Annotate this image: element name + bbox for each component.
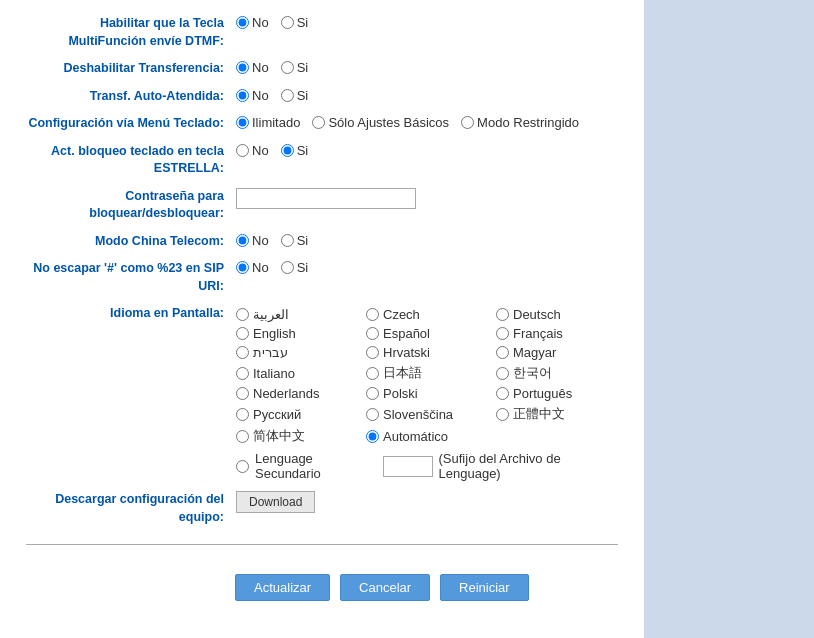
lang-francais-label: Français	[513, 326, 563, 341]
config-menu-value: Ilimitado Sólo Ajustes Básicos Modo Rest…	[230, 110, 624, 138]
lang-francais-radio[interactable]	[496, 327, 509, 340]
transf-si-radio[interactable]	[281, 89, 294, 102]
deshabilitar-si-label: Si	[297, 60, 309, 75]
modo-china-no-option[interactable]: No	[236, 233, 269, 248]
habilitar-no-radio[interactable]	[236, 16, 249, 29]
settings-form: Habilitar que la Tecla MultiFunción enví…	[20, 10, 624, 558]
divider	[26, 544, 618, 545]
deshabilitar-no-option[interactable]: No	[236, 60, 269, 75]
lang-magyar[interactable]: Magyar	[496, 345, 618, 360]
act-bloqueo-no-radio[interactable]	[236, 144, 249, 157]
deshabilitar-si-option[interactable]: Si	[281, 60, 309, 75]
lang-chinese-simple-radio[interactable]	[236, 430, 249, 443]
lang-hebrew-radio[interactable]	[236, 346, 249, 359]
contrasena-input[interactable]	[236, 188, 416, 209]
lang-korean-radio[interactable]	[496, 367, 509, 380]
transf-no-label: No	[252, 88, 269, 103]
transf-auto-label: Transf. Auto-Atendida:	[20, 83, 230, 111]
modo-china-label: Modo China Telecom:	[20, 228, 230, 256]
secondary-lang-input[interactable]	[383, 456, 433, 477]
deshabilitar-no-radio[interactable]	[236, 61, 249, 74]
lang-czech[interactable]: Czech	[366, 307, 488, 322]
act-bloqueo-label: Act. bloqueo teclado en tecla ESTRELLA:	[20, 138, 230, 183]
lang-automatico[interactable]: Automático	[366, 427, 488, 445]
config-restringido-option[interactable]: Modo Restringido	[461, 115, 579, 130]
lang-slovenscina[interactable]: Slovenščina	[366, 405, 488, 423]
lang-hrvatski[interactable]: Hrvatski	[366, 345, 488, 360]
lang-chinese-trad[interactable]: 正體中文	[496, 405, 618, 423]
lang-italiano-radio[interactable]	[236, 367, 249, 380]
habilitar-tecla-label: Habilitar que la Tecla MultiFunción enví…	[20, 10, 230, 55]
transf-si-option[interactable]: Si	[281, 88, 309, 103]
no-escapar-no-radio[interactable]	[236, 261, 249, 274]
lang-arabic[interactable]: العربية	[236, 307, 358, 322]
lang-hebrew-label: עברית	[253, 345, 288, 360]
lang-polski[interactable]: Polski	[366, 386, 488, 401]
transf-no-radio[interactable]	[236, 89, 249, 102]
lang-hrvatski-radio[interactable]	[366, 346, 379, 359]
lang-nederlands[interactable]: Nederlands	[236, 386, 358, 401]
lang-magyar-label: Magyar	[513, 345, 556, 360]
config-ilimitado-radio[interactable]	[236, 116, 249, 129]
config-basico-label: Sólo Ajustes Básicos	[328, 115, 449, 130]
secondary-lang-suffix: (Sufijo del Archivo de Lenguage)	[439, 451, 618, 481]
config-ilimitado-option[interactable]: Ilimitado	[236, 115, 300, 130]
lang-deutsch[interactable]: Deutsch	[496, 307, 618, 322]
act-bloqueo-no-label: No	[252, 143, 269, 158]
lang-automatico-radio[interactable]	[366, 430, 379, 443]
download-button[interactable]: Download	[236, 491, 315, 513]
no-escapar-si-option[interactable]: Si	[281, 260, 309, 275]
lang-korean-label: 한국어	[513, 364, 552, 382]
lang-czech-radio[interactable]	[366, 308, 379, 321]
lang-korean[interactable]: 한국어	[496, 364, 618, 382]
config-basico-option[interactable]: Sólo Ajustes Básicos	[312, 115, 449, 130]
lang-portugues[interactable]: Português	[496, 386, 618, 401]
lang-russian-radio[interactable]	[236, 408, 249, 421]
deshabilitar-si-radio[interactable]	[281, 61, 294, 74]
deshabilitar-value: No Si	[230, 55, 624, 83]
modo-china-si-radio[interactable]	[281, 234, 294, 247]
lang-chinese-trad-label: 正體中文	[513, 405, 565, 423]
lang-chinese-simple[interactable]: 简体中文	[236, 427, 358, 445]
habilitar-no-option[interactable]: No	[236, 15, 269, 30]
config-ilimitado-label: Ilimitado	[252, 115, 300, 130]
secondary-lang-radio[interactable]	[236, 460, 249, 473]
lang-japanese-radio[interactable]	[366, 367, 379, 380]
lang-arabic-label: العربية	[253, 307, 289, 322]
lang-portugues-radio[interactable]	[496, 387, 509, 400]
habilitar-si-radio[interactable]	[281, 16, 294, 29]
lang-hebrew[interactable]: עברית	[236, 345, 358, 360]
lang-magyar-radio[interactable]	[496, 346, 509, 359]
lang-arabic-radio[interactable]	[236, 308, 249, 321]
lang-deutsch-radio[interactable]	[496, 308, 509, 321]
no-escapar-si-radio[interactable]	[281, 261, 294, 274]
lang-japanese[interactable]: 日本語	[366, 364, 488, 382]
modo-china-si-option[interactable]: Si	[281, 233, 309, 248]
act-bloqueo-no-option[interactable]: No	[236, 143, 269, 158]
config-basico-radio[interactable]	[312, 116, 325, 129]
lang-slovenscina-radio[interactable]	[366, 408, 379, 421]
act-bloqueo-si-radio[interactable]	[281, 144, 294, 157]
modo-china-no-radio[interactable]	[236, 234, 249, 247]
contrasena-value[interactable]	[230, 183, 624, 228]
lang-english[interactable]: English	[236, 326, 358, 341]
lang-italiano[interactable]: Italiano	[236, 364, 358, 382]
lang-english-radio[interactable]	[236, 327, 249, 340]
lang-espanol-radio[interactable]	[366, 327, 379, 340]
actualizar-button[interactable]: Actualizar	[235, 574, 330, 601]
lang-espanol[interactable]: Español	[366, 326, 488, 341]
lang-russian[interactable]: Русский	[236, 405, 358, 423]
act-bloqueo-si-option[interactable]: Si	[281, 143, 309, 158]
cancelar-button[interactable]: Cancelar	[340, 574, 430, 601]
descargar-value: Download	[230, 486, 624, 531]
reiniciar-button[interactable]: Reiniciar	[440, 574, 529, 601]
transf-no-option[interactable]: No	[236, 88, 269, 103]
no-escapar-no-option[interactable]: No	[236, 260, 269, 275]
lang-nederlands-radio[interactable]	[236, 387, 249, 400]
lang-francais[interactable]: Français	[496, 326, 618, 341]
habilitar-si-option[interactable]: Si	[281, 15, 309, 30]
lang-chinese-trad-radio[interactable]	[496, 408, 509, 421]
lang-polski-radio[interactable]	[366, 387, 379, 400]
lang-automatico-label: Automático	[383, 429, 448, 444]
config-restringido-radio[interactable]	[461, 116, 474, 129]
